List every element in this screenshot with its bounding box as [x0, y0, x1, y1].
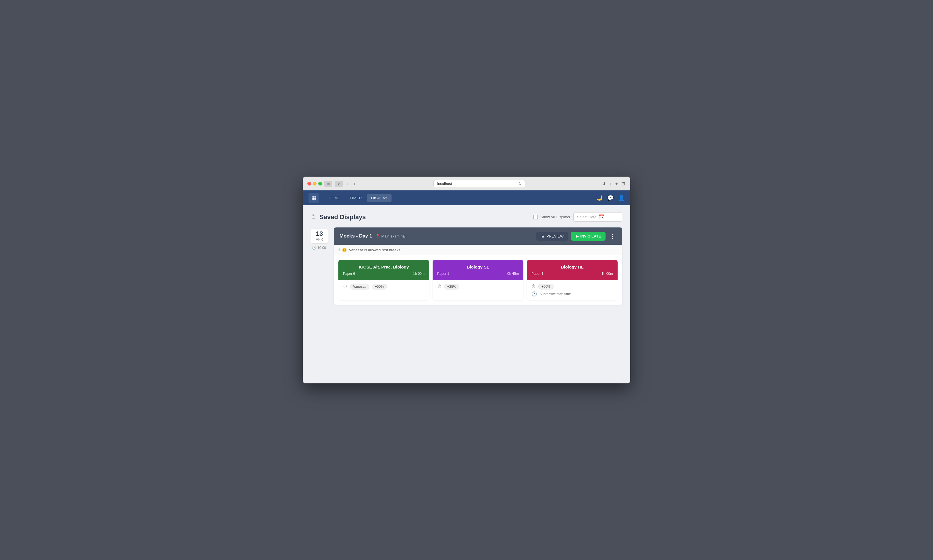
page-title: Saved Displays: [319, 213, 366, 221]
exam-header-1: IGCSE Alt. Prac. Biology Paper 6 1h 00m: [339, 260, 429, 280]
exam-card-3: Biology HL Paper 1 1h 00m ⏱ +50%: [527, 260, 617, 300]
nav-home[interactable]: HOME: [325, 194, 345, 202]
back-button[interactable]: ‹: [345, 181, 350, 187]
date-time: 🕐 10:00: [311, 246, 334, 250]
student-tag-1: Vanessa: [350, 284, 370, 289]
exam-duration-3: 1h 00m: [602, 272, 613, 276]
session-row: 13 Apr 🕐 10:00 Mocks - Day 1 📍 Main e: [311, 228, 622, 305]
percent-tag-1: +50%: [372, 284, 387, 289]
exam-header-3: Biology HL Paper 1 1h 00m: [527, 260, 617, 280]
traffic-lights: [307, 182, 322, 186]
session-title-wrap: Mocks - Day 1 📍 Main exam hall: [340, 233, 406, 239]
exam-duration-2: 0h 45m: [507, 272, 519, 276]
browser-chrome: ⊞ ∨ ‹ › localhost ↻ ⬇ ↑ + ⊡: [303, 177, 630, 191]
invigilate-button[interactable]: ▶ INVIGILATE: [571, 232, 605, 241]
play-icon: ▶: [576, 234, 579, 238]
session-actions: 🖥 PREVIEW ▶ INVIGILATE ⋮: [536, 231, 616, 241]
dark-mode-icon[interactable]: 🌙: [596, 195, 603, 201]
location-pin-icon: 📍: [376, 234, 380, 238]
url-text: localhost: [437, 182, 452, 186]
percent-tag-2: +25%: [444, 284, 459, 289]
app-logo: ▦: [308, 193, 319, 203]
exam-body-2: ⏱ +25%: [433, 280, 523, 293]
exam-duration-1: 1h 00m: [413, 272, 425, 276]
window-expand[interactable]: ∨: [335, 181, 343, 187]
page-header: 🗒 Saved Displays Show All Displays Selec…: [311, 212, 622, 222]
clock-icon: 🕐: [312, 246, 316, 250]
session-header: Mocks - Day 1 📍 Main exam hall 🖥 PREVIEW: [334, 228, 622, 245]
exam-body-3: ⏱ +50% 🕐 Alternative start time: [527, 280, 617, 300]
preview-label: PREVIEW: [547, 234, 563, 238]
address-bar[interactable]: localhost ↻: [433, 180, 525, 187]
exam-name-2: Biology SL: [437, 265, 519, 269]
refresh-icon[interactable]: ↻: [519, 182, 522, 186]
exam-paper-1: Paper 6: [343, 272, 355, 276]
extra-time-icon-2: ⏱: [437, 284, 442, 289]
exam-meta-3: Paper 1 1h 00m: [531, 272, 613, 276]
tab-grid-icon[interactable]: ⊡: [621, 180, 626, 187]
calendar-icon: 📅: [599, 214, 604, 220]
date-badge: 13 Apr: [311, 229, 328, 243]
exam-paper-3: Paper 1: [531, 272, 543, 276]
new-tab-icon[interactable]: +: [615, 181, 619, 187]
page-title-wrap: 🗒 Saved Displays: [311, 213, 366, 221]
chat-icon[interactable]: 💬: [607, 195, 614, 201]
session-location: 📍 Main exam hall: [376, 234, 406, 238]
info-text: Vanessa is allowed rest breaks: [349, 248, 400, 252]
preview-button[interactable]: 🖥 PREVIEW: [536, 232, 568, 241]
location-text: Main exam hall: [381, 234, 406, 238]
info-banner: ℹ 😊 Vanessa is allowed rest breaks: [334, 245, 622, 255]
exam-header-2: Biology SL Paper 1 0h 45m: [433, 260, 523, 280]
nav-icons: 🌙 💬 👤: [596, 195, 625, 201]
logo-icon: ▦: [311, 195, 316, 201]
exam-alt-start-row: 🕐 Alternative start time: [531, 291, 613, 297]
exam-name-1: IGCSE Alt. Prac. Biology: [343, 265, 425, 269]
exam-card-1: IGCSE Alt. Prac. Biology Paper 6 1h 00m …: [339, 260, 429, 300]
nav-display[interactable]: DISPLAY: [367, 194, 391, 202]
share-icon[interactable]: ↑: [609, 181, 613, 187]
exam-body-1: ⏱ Vanessa +50%: [339, 280, 429, 293]
forward-button[interactable]: ›: [352, 181, 357, 187]
extra-time-icon-1: ⏱: [343, 284, 348, 289]
page-icon: 🗒: [311, 214, 317, 220]
maximize-button[interactable]: [318, 182, 322, 186]
browser-actions: ⬇ ↑ + ⊡: [602, 180, 626, 187]
show-all-wrap: Show All Displays: [533, 215, 570, 219]
browser-window: ⊞ ∨ ‹ › localhost ↻ ⬇ ↑ + ⊡ ▦ HOME T: [303, 177, 630, 383]
minimize-button[interactable]: [313, 182, 317, 186]
show-all-checkbox[interactable]: [533, 215, 538, 219]
close-button[interactable]: [307, 182, 311, 186]
date-picker[interactable]: Select Date 📅: [573, 212, 622, 222]
nav-links: HOME TIMER DISPLAY: [325, 194, 391, 202]
nav-timer[interactable]: TIMER: [346, 194, 366, 202]
alt-start-text: Alternative start time: [539, 292, 571, 296]
date-month: Apr: [311, 237, 328, 242]
info-emoji: 😊: [342, 248, 347, 252]
invigilate-label: INVIGILATE: [580, 234, 601, 238]
exam-card-2: Biology SL Paper 1 0h 45m ⏱ +25%: [433, 260, 523, 300]
exam-percent-row: ⏱ +50%: [531, 284, 613, 289]
main-content: 🗒 Saved Displays Show All Displays Selec…: [303, 205, 630, 383]
exam-name-3: Biology HL: [531, 265, 613, 269]
date-day: 13: [311, 231, 328, 237]
select-date-text: Select Date: [577, 215, 596, 219]
download-icon[interactable]: ⬇: [602, 180, 607, 187]
exams-grid: IGCSE Alt. Prac. Biology Paper 6 1h 00m …: [334, 255, 622, 305]
sidebar-toggle[interactable]: ⊞: [324, 181, 333, 187]
preview-screen-icon: 🖥: [541, 234, 545, 238]
app-navbar: ▦ HOME TIMER DISPLAY 🌙 💬 👤: [303, 191, 630, 205]
session-card: Mocks - Day 1 📍 Main exam hall 🖥 PREVIEW: [334, 228, 622, 305]
date-column: 13 Apr 🕐 10:00: [311, 228, 334, 305]
alt-start-icon: 🕐: [531, 291, 537, 297]
exam-paper-2: Paper 1: [437, 272, 449, 276]
more-options-button[interactable]: ⋮: [608, 231, 616, 241]
user-icon[interactable]: 👤: [618, 195, 625, 201]
exam-meta-2: Paper 1 0h 45m: [437, 272, 519, 276]
time-text: 10:00: [317, 246, 326, 250]
extra-time-icon-3: ⏱: [531, 284, 536, 289]
header-controls: Show All Displays Select Date 📅: [533, 212, 622, 222]
exam-meta-1: Paper 6 1h 00m: [343, 272, 425, 276]
percent-tag-3: +50%: [538, 284, 554, 289]
show-all-label: Show All Displays: [540, 215, 570, 219]
info-icon: ℹ: [339, 248, 340, 252]
